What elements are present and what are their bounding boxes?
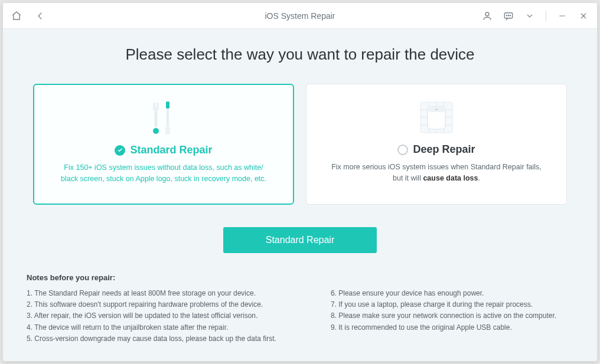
svg-rect-9	[155, 111, 158, 127]
note-item: 5. Cross-version downgrade may cause dat…	[27, 333, 276, 345]
svg-point-2	[506, 15, 507, 15]
note-item: 3. After repair, the iOS version will be…	[27, 310, 276, 322]
main-content: Please select the way you want to repair…	[3, 29, 597, 361]
titlebar-right	[482, 11, 589, 21]
note-item: 4. The device will return to the unjailb…	[27, 322, 276, 333]
svg-point-10	[153, 128, 159, 134]
svg-rect-13	[165, 126, 170, 135]
standard-repair-title: Standard Repair	[130, 144, 212, 156]
device-chip-icon	[416, 97, 457, 139]
unchecked-circle-icon	[397, 145, 408, 155]
note-item: 6. Please ensure your device has enough …	[331, 288, 556, 299]
standard-repair-button[interactable]: Standard Repair	[223, 227, 377, 253]
titlebar: iOS System Repair	[3, 3, 597, 29]
note-item: 1. The Standard Repair needs at least 80…	[27, 288, 276, 299]
deep-repair-card[interactable]: Deep Repair Fix more serious iOS system …	[306, 84, 567, 205]
notes-left-column: 1. The Standard Repair needs at least 80…	[27, 288, 276, 345]
back-icon[interactable]	[35, 11, 45, 21]
feedback-icon[interactable]	[503, 11, 514, 21]
titlebar-left	[11, 11, 45, 21]
notes-right-column: 6. Please ensure your device has enough …	[331, 288, 556, 345]
deep-repair-desc: Fix more serious iOS system issues when …	[331, 162, 542, 184]
action-row: Standard Repair	[27, 227, 573, 253]
standard-repair-desc: Fix 150+ iOS system issues without data …	[61, 162, 266, 185]
page-heading: Please select the way you want to repair…	[27, 45, 573, 64]
separator	[546, 11, 546, 21]
close-icon[interactable]	[578, 11, 589, 21]
note-item: 7. If you use a laptop, please charge it…	[331, 299, 556, 310]
home-icon[interactable]	[11, 11, 22, 21]
chevron-down-icon[interactable]	[524, 11, 535, 21]
user-icon[interactable]	[482, 11, 493, 21]
notes-section: Notes before you repair: 1. The Standard…	[27, 273, 573, 345]
app-window: iOS System Repair Please select the way …	[2, 2, 598, 362]
check-circle-icon	[115, 145, 125, 156]
note-item: 8. Please make sure your network connect…	[331, 310, 556, 322]
repair-options: Standard Repair Fix 150+ iOS system issu…	[27, 84, 573, 205]
card-title-row: Standard Repair	[115, 144, 212, 156]
card-title-row: Deep Repair	[397, 143, 475, 156]
svg-point-3	[508, 15, 508, 15]
deep-repair-title: Deep Repair	[413, 143, 475, 156]
svg-rect-12	[167, 109, 169, 126]
standard-repair-card[interactable]: Standard Repair Fix 150+ iOS system issu…	[33, 84, 294, 205]
svg-rect-11	[166, 101, 169, 109]
svg-point-4	[510, 15, 510, 15]
wrench-screwdriver-icon	[147, 98, 180, 139]
note-item: 2. This software doesn't support repairi…	[27, 299, 276, 310]
note-item: 9. It is recommended to use the original…	[331, 322, 556, 333]
svg-point-0	[485, 12, 489, 16]
minimize-icon[interactable]	[557, 11, 568, 21]
notes-title: Notes before you repair:	[27, 273, 573, 282]
notes-columns: 1. The Standard Repair needs at least 80…	[27, 288, 573, 345]
